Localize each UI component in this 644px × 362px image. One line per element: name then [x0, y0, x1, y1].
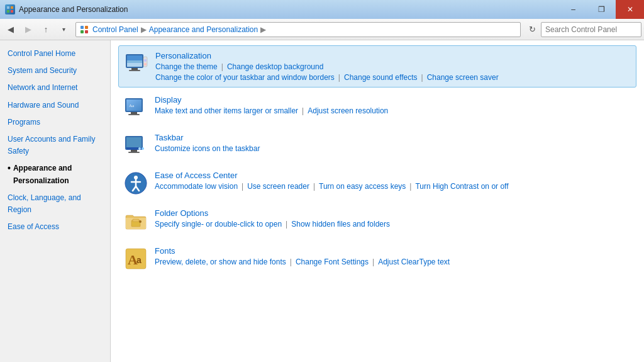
- category-folder-options: Folder Options Specify single- or double…: [118, 203, 636, 239]
- display-icon: Aa: [123, 95, 148, 120]
- sidebar-item-appearance: Appearance and Personalization: [0, 160, 110, 189]
- address-bar[interactable]: Control Panel ▶ Appearance and Personali…: [75, 22, 521, 37]
- folder-options-content: Folder Options Specify single- or double…: [155, 208, 631, 229]
- restore-button[interactable]: ❐: [587, 0, 616, 19]
- link-high-contrast[interactable]: Turn High Contrast on or off: [415, 182, 508, 191]
- folder-svg: [124, 209, 148, 233]
- up-button[interactable]: ↑: [38, 21, 54, 38]
- svg-rect-13: [131, 68, 138, 70]
- search-box[interactable]: 🔍: [541, 22, 641, 37]
- personalization-svg: [125, 52, 148, 76]
- ease-svg: [124, 171, 148, 195]
- sidebar-item-clock-language[interactable]: Clock, Language, and Region: [0, 189, 110, 218]
- ease-of-access-icon: [123, 171, 148, 196]
- app-icon: [5, 4, 15, 14]
- fonts-icon: A a: [123, 246, 148, 271]
- sidebar-item-network-internet[interactable]: Network and Internet: [0, 79, 110, 96]
- link-change-theme[interactable]: Change the theme: [155, 62, 218, 71]
- ease-of-access-title[interactable]: Ease of Access Center: [155, 171, 631, 180]
- svg-rect-30: [128, 152, 140, 153]
- svg-rect-7: [85, 30, 88, 33]
- fonts-title[interactable]: Fonts: [155, 246, 631, 256]
- svg-point-39: [139, 220, 142, 223]
- content-area: Personalization Change the theme | Chang…: [111, 40, 644, 362]
- personalization-title[interactable]: Personalization: [155, 51, 631, 60]
- svg-rect-0: [7, 6, 9, 9]
- link-preview-fonts[interactable]: Preview, delete, or show and hide fonts: [155, 257, 286, 266]
- back-button[interactable]: ◀: [3, 21, 19, 38]
- window-title: Appearance and Personalization: [19, 5, 128, 14]
- sidebar-item-control-panel-home[interactable]: Control Panel Home: [0, 45, 110, 62]
- sidebar-item-ease-of-access[interactable]: Ease of Access: [0, 218, 110, 235]
- display-svg: Aa: [124, 96, 148, 120]
- ease-of-access-content: Ease of Access Center Accommodate low vi…: [155, 171, 631, 191]
- category-taskbar: Taskbar Customize icons on the taskbar: [118, 128, 636, 163]
- search-input[interactable]: [541, 25, 643, 34]
- link-change-taskbar-color[interactable]: Change the color of your taskbar and win…: [155, 73, 335, 82]
- title-bar-left: Appearance and Personalization: [5, 4, 128, 14]
- taskbar-content: Taskbar Customize icons on the taskbar: [155, 133, 631, 153]
- category-ease-of-access: Ease of Access Center Accommodate low vi…: [118, 166, 636, 201]
- recent-locations-button[interactable]: ▾: [55, 21, 72, 38]
- svg-point-17: [144, 63, 147, 65]
- link-change-screen-saver[interactable]: Change screen saver: [427, 73, 499, 82]
- breadcrumb-appearance[interactable]: Appearance and Personalization: [149, 25, 258, 34]
- personalization-links-2: Change the color of your taskbar and win…: [155, 73, 631, 82]
- link-show-hidden-files[interactable]: Show hidden files and folders: [291, 220, 390, 229]
- link-screen-resolution[interactable]: Adjust screen resolution: [308, 106, 388, 115]
- link-larger-text[interactable]: Make text and other items larger or smal…: [155, 106, 298, 115]
- link-accommodate-low-vision[interactable]: Accommodate low vision: [155, 182, 238, 191]
- sidebar-item-hardware-sound[interactable]: Hardware and Sound: [0, 97, 110, 114]
- link-easy-access-keys[interactable]: Turn on easy access keys: [319, 182, 406, 191]
- svg-rect-3: [11, 10, 13, 13]
- folder-options-title[interactable]: Folder Options: [155, 208, 631, 218]
- fonts-svg: A a: [124, 247, 148, 271]
- link-cleartype[interactable]: Adjust ClearType text: [378, 257, 450, 266]
- personalization-links: Change the theme | Change desktop backgr…: [155, 62, 631, 71]
- svg-rect-22: [128, 114, 140, 115]
- svg-point-16: [144, 59, 147, 62]
- link-change-desktop-background[interactable]: Change desktop background: [227, 62, 323, 71]
- sidebar: Control Panel Home System and Security N…: [0, 40, 111, 362]
- close-button[interactable]: ✕: [616, 0, 644, 19]
- category-personalization: Personalization Change the theme | Chang…: [118, 45, 636, 88]
- svg-rect-5: [85, 26, 88, 29]
- link-change-sound-effects[interactable]: Change sound effects: [344, 73, 418, 82]
- svg-rect-6: [80, 30, 84, 33]
- taskbar-svg: [124, 133, 148, 157]
- breadcrumb-control-panel[interactable]: Control Panel: [92, 25, 138, 34]
- refresh-button[interactable]: ↻: [525, 22, 540, 37]
- folder-options-links: Specify single- or double-click to open …: [155, 220, 631, 229]
- display-links: Make text and other items larger or smal…: [155, 106, 631, 115]
- svg-text:Aa: Aa: [129, 103, 135, 108]
- link-click-to-open[interactable]: Specify single- or double-click to open: [155, 220, 282, 229]
- svg-rect-10: [127, 55, 142, 60]
- category-display: Aa Display Make text and other items lar…: [118, 90, 636, 125]
- sidebar-item-programs[interactable]: Programs: [0, 114, 110, 131]
- svg-rect-14: [129, 70, 140, 71]
- navigation-bar: ◀ ▶ ↑ ▾ Control Panel ▶ Appearance and P…: [0, 19, 644, 40]
- link-customize-icons[interactable]: Customize icons on the taskbar: [155, 144, 260, 153]
- svg-rect-4: [80, 26, 84, 29]
- link-change-font-settings[interactable]: Change Font Settings: [296, 257, 369, 266]
- link-screen-reader[interactable]: Use screen reader: [247, 182, 309, 191]
- svg-rect-1: [11, 6, 13, 9]
- window-controls: – ❐ ✕: [559, 0, 644, 19]
- svg-rect-25: [126, 137, 142, 147]
- svg-rect-38: [133, 219, 139, 222]
- fonts-links: Preview, delete, or show and hide fonts …: [155, 257, 631, 266]
- svg-rect-21: [131, 112, 137, 114]
- ease-of-access-links: Accommodate low vision | Use screen read…: [155, 182, 631, 191]
- sidebar-item-system-security[interactable]: System and Security: [0, 62, 110, 79]
- breadcrumb: Control Panel ▶ Appearance and Personali…: [80, 25, 267, 34]
- svg-point-28: [138, 147, 141, 150]
- taskbar-title[interactable]: Taskbar: [155, 133, 631, 142]
- svg-rect-12: [127, 63, 142, 67]
- minimize-button[interactable]: –: [559, 0, 587, 19]
- taskbar-icon: [123, 133, 148, 158]
- main-layout: Control Panel Home System and Security N…: [0, 40, 644, 362]
- sidebar-item-user-accounts[interactable]: User Accounts and Family Safety: [0, 131, 110, 160]
- display-title[interactable]: Display: [155, 95, 631, 105]
- forward-button[interactable]: ▶: [20, 21, 36, 38]
- svg-rect-2: [7, 10, 9, 13]
